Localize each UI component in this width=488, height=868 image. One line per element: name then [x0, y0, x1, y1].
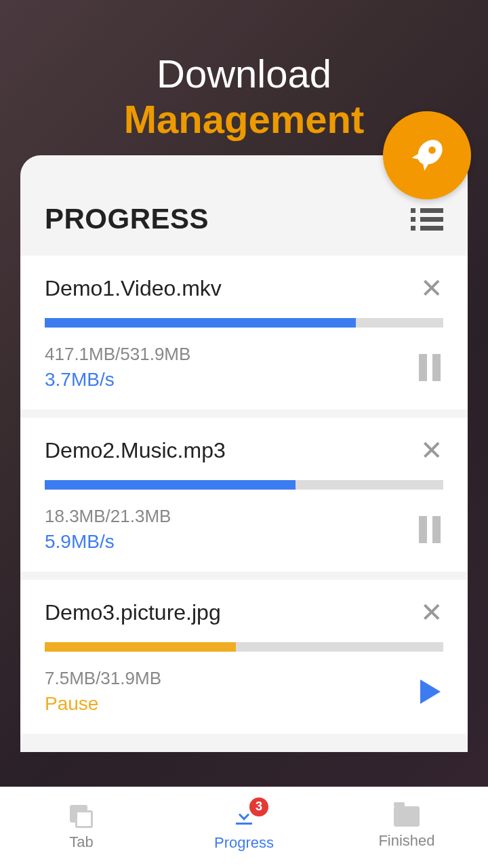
pause-icon: [419, 354, 441, 381]
close-icon[interactable]: ✕: [420, 599, 443, 626]
progress-bar: [45, 318, 443, 328]
nav-finished[interactable]: Finished: [325, 787, 488, 868]
download-speed: 3.7MB/s: [45, 369, 190, 391]
progress-bar: [45, 642, 443, 652]
badge-count: 3: [249, 797, 268, 816]
download-item: Demo3.picture.jpg ✕ 7.5MB/31.9MB Pause: [20, 580, 468, 734]
folder-icon: [394, 806, 420, 827]
resume-button[interactable]: [420, 679, 443, 704]
nav-tab[interactable]: Tab: [0, 787, 163, 868]
download-size: 417.1MB/531.9MB: [45, 344, 190, 365]
download-status: Pause: [45, 693, 161, 715]
download-stats: 18.3MB/21.3MB 5.9MB/s: [45, 506, 171, 553]
download-icon: 3: [232, 804, 256, 829]
download-filename: Demo2.Music.mp3: [45, 438, 226, 463]
download-item: Demo2.Music.mp3 ✕ 18.3MB/21.3MB 5.9MB/s: [20, 418, 468, 572]
pause-button[interactable]: [419, 516, 443, 543]
progress-fill: [45, 642, 236, 652]
download-item: Demo1.Video.mkv ✕ 417.1MB/531.9MB 3.7MB/…: [20, 256, 468, 410]
pause-icon: [419, 516, 441, 543]
download-filename: Demo3.picture.jpg: [45, 600, 221, 625]
section-title: PROGRESS: [45, 203, 209, 235]
download-size: 7.5MB/31.9MB: [45, 668, 161, 689]
download-stats: 7.5MB/31.9MB Pause: [45, 668, 161, 715]
rocket-icon: [405, 134, 449, 177]
close-icon[interactable]: ✕: [420, 275, 443, 302]
download-stats: 417.1MB/531.9MB 3.7MB/s: [45, 344, 190, 391]
tabs-icon: [70, 805, 93, 828]
boost-fab-button[interactable]: [383, 111, 471, 199]
progress-card: PROGRESS Demo1.Video.mkv ✕ 417.1MB/531.9…: [20, 155, 468, 752]
progress-fill: [45, 480, 296, 490]
header-line1: Download: [0, 51, 488, 96]
progress-bar: [45, 480, 443, 490]
list-view-icon[interactable]: [411, 208, 443, 231]
download-size: 18.3MB/21.3MB: [45, 506, 171, 527]
close-icon[interactable]: ✕: [420, 437, 443, 464]
nav-label-finished: Finished: [378, 832, 434, 850]
section-header: PROGRESS: [20, 203, 468, 256]
progress-fill: [45, 318, 356, 328]
nav-label-tab: Tab: [69, 833, 93, 851]
bottom-nav: Tab 3 Progress Finished: [0, 787, 488, 868]
play-icon: [420, 679, 441, 704]
nav-label-progress: Progress: [214, 834, 274, 852]
download-speed: 5.9MB/s: [45, 531, 171, 553]
download-filename: Demo1.Video.mkv: [45, 276, 222, 301]
nav-progress[interactable]: 3 Progress: [163, 787, 325, 868]
pause-button[interactable]: [419, 354, 443, 381]
